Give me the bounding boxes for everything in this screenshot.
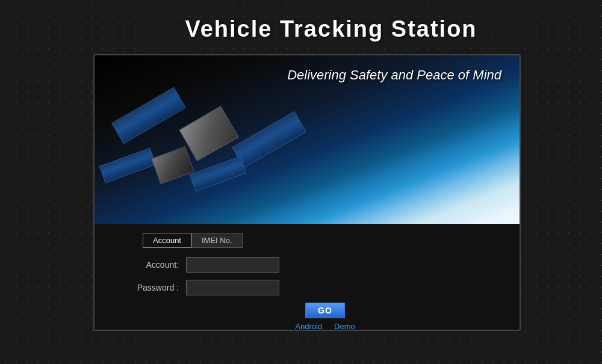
account-input[interactable] [186, 257, 279, 273]
form-area: Account IMEI No. Account: Password : GO … [95, 224, 520, 331]
sat1-panel-right [232, 111, 306, 168]
login-panel: Delivering Safety and Peace of Mind Acco… [93, 54, 521, 331]
sat1-panel-left [111, 87, 186, 144]
sat2-core [151, 146, 194, 184]
tab-account[interactable]: Account [143, 233, 191, 248]
account-row: Account: [125, 257, 507, 273]
demo-link[interactable]: Demo [334, 322, 355, 331]
password-row: Password : [125, 280, 507, 295]
sat2-panel-left [99, 148, 157, 184]
go-button[interactable]: GO [305, 303, 345, 318]
account-label: Account: [125, 260, 179, 270]
android-link[interactable]: Android [295, 322, 322, 331]
tab-imei[interactable]: IMEI No. [191, 233, 243, 248]
tabs-container: Account IMEI No. [143, 233, 507, 248]
tagline: Delivering Safety and Peace of Mind [287, 67, 501, 83]
hero-image: Delivering Safety and Peace of Mind [95, 55, 520, 224]
go-button-row: GO [143, 303, 507, 318]
satellite-2 [155, 152, 191, 179]
page-title: Vehicle Tracking Station [0, 16, 602, 42]
password-label: Password : [125, 283, 179, 292]
password-input[interactable] [186, 280, 279, 295]
sat2-panel-right [190, 156, 247, 192]
links-row: Android Demo [143, 322, 507, 331]
